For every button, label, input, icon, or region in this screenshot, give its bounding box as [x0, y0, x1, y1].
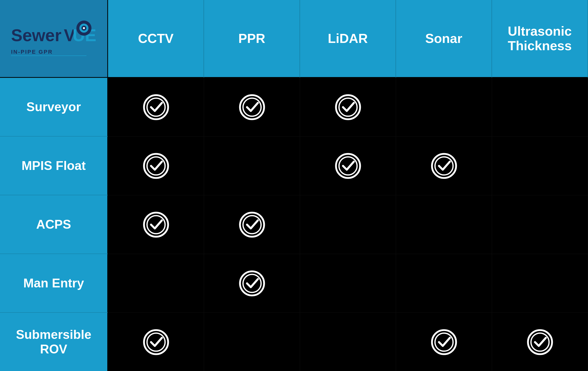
svg-text:IN-PIPE GPR: IN-PIPE GPR [11, 49, 53, 55]
cell-rov-ppr [204, 313, 300, 371]
cell-acps-ultrasonic [492, 195, 588, 254]
cell-mpis-cctv [108, 137, 204, 195]
cell-man-lidar [300, 254, 396, 313]
cell-surveyor-ppr [204, 78, 300, 137]
svg-point-28 [147, 333, 165, 351]
check-mpis-lidar [334, 152, 362, 180]
header-lidar: LiDAR [300, 0, 396, 78]
header-ultrasonic: UltrasonicThickness [492, 0, 588, 78]
cell-surveyor-ultrasonic [492, 78, 588, 137]
cell-man-ultrasonic [492, 254, 588, 313]
header-ppr: PPR [204, 0, 300, 78]
main-grid: Sewer V UE IN-PIPE GPR CCTV PPR LiDAR So… [0, 0, 588, 371]
cell-rov-sonar [396, 313, 492, 371]
cell-man-sonar [396, 254, 492, 313]
cell-rov-lidar [300, 313, 396, 371]
svg-point-10 [147, 98, 165, 116]
check-acps-ppr [238, 211, 266, 238]
header-cctv: CCTV [108, 0, 204, 78]
svg-point-26 [243, 274, 261, 292]
cell-mpis-lidar [300, 137, 396, 195]
check-mpis-cctv [142, 152, 170, 180]
check-surveyor-lidar [334, 93, 362, 121]
cell-man-ppr [204, 254, 300, 313]
svg-point-6 [83, 27, 85, 29]
cell-mpis-ppr [204, 137, 300, 195]
check-acps-cctv [142, 211, 170, 238]
cell-mpis-sonar [396, 137, 492, 195]
svg-point-20 [435, 157, 453, 175]
row-label-mpis-float: MPIS Float [0, 137, 108, 195]
check-rov-sonar [430, 328, 458, 356]
cell-acps-ppr [204, 195, 300, 254]
check-surveyor-cctv [142, 93, 170, 121]
svg-point-16 [147, 157, 165, 175]
row-label-submersible-rov: Submersible ROV [0, 313, 108, 371]
svg-point-14 [339, 98, 357, 116]
row-label-surveyor: Surveyor [0, 78, 108, 137]
row-label-man-entry: Man Entry [0, 254, 108, 313]
cell-rov-cctv [108, 313, 204, 371]
cell-acps-cctv [108, 195, 204, 254]
check-rov-ultrasonic [526, 328, 554, 356]
svg-point-18 [339, 157, 357, 175]
svg-text:Sewer: Sewer [11, 26, 61, 45]
header-ultrasonic-text: UltrasonicThickness [508, 24, 572, 53]
svg-point-32 [531, 333, 549, 351]
svg-point-22 [147, 216, 165, 234]
check-man-ppr [238, 270, 266, 297]
row-label-acps: ACPS [0, 195, 108, 254]
check-mpis-sonar [430, 152, 458, 180]
cell-man-cctv [108, 254, 204, 313]
svg-point-24 [243, 216, 261, 234]
logo-cell: Sewer V UE IN-PIPE GPR [0, 0, 108, 78]
cell-acps-sonar [396, 195, 492, 254]
cell-surveyor-cctv [108, 78, 204, 137]
check-rov-cctv [142, 328, 170, 356]
svg-point-12 [243, 98, 261, 116]
cell-rov-ultrasonic [492, 313, 588, 371]
cell-mpis-ultrasonic [492, 137, 588, 195]
check-surveyor-ppr [238, 93, 266, 121]
svg-point-30 [435, 333, 453, 351]
cell-surveyor-lidar [300, 78, 396, 137]
cell-acps-lidar [300, 195, 396, 254]
logo-svg: Sewer V UE IN-PIPE GPR [11, 19, 96, 59]
header-sonar: Sonar [396, 0, 492, 78]
cell-surveyor-sonar [396, 78, 492, 137]
